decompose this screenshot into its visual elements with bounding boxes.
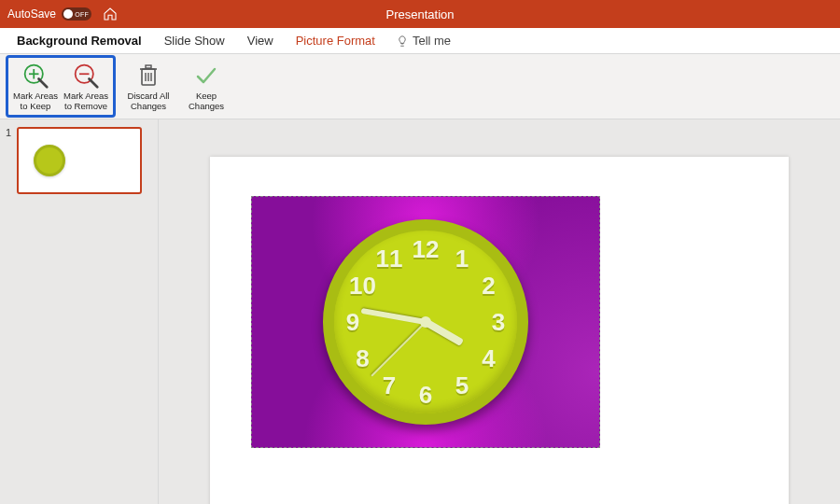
keep-label: KeepChanges xyxy=(189,91,224,111)
checkmark-icon xyxy=(194,63,218,88)
clock-image: 121234567891011 xyxy=(323,219,528,425)
clock-number: 3 xyxy=(492,308,505,337)
tell-me-label: Tell me xyxy=(413,34,451,48)
clock-number: 10 xyxy=(349,272,376,301)
slide-thumbnail-panel[interactable]: 1 xyxy=(0,119,159,504)
mark-keep-label: Mark Areasto Keep xyxy=(13,91,58,111)
keep-changes-button[interactable]: KeepChanges xyxy=(181,60,231,113)
clock-number: 12 xyxy=(413,235,440,264)
clock-number: 2 xyxy=(482,272,495,301)
discard-all-changes-button[interactable]: Discard AllChanges xyxy=(123,60,174,113)
mark-areas-to-remove-button[interactable]: Mark Areasto Remove xyxy=(61,60,111,113)
autosave-state: OFF xyxy=(75,11,89,18)
title-bar: AutoSave OFF Presentation xyxy=(0,0,840,28)
clock-number: 8 xyxy=(356,344,369,373)
tab-view[interactable]: View xyxy=(236,34,285,48)
clock-number: 6 xyxy=(419,381,432,410)
clock-number: 11 xyxy=(376,245,403,273)
menu-bar: Background Removal Slide Show View Pictu… xyxy=(0,28,840,54)
home-icon xyxy=(103,7,118,21)
clock-center-pin xyxy=(420,316,431,328)
clock-number: 4 xyxy=(482,344,495,373)
home-button[interactable] xyxy=(103,7,118,21)
discard-label: Discard AllChanges xyxy=(128,91,170,111)
slide[interactable]: 121234567891011 xyxy=(210,157,789,504)
slide-1-thumbnail[interactable] xyxy=(17,127,142,194)
clock-second-hand xyxy=(371,321,426,376)
ribbon-toolbar: Mark Areasto Keep Mark Areasto Remove xyxy=(0,54,840,119)
document-title: Presentation xyxy=(386,7,455,21)
tab-picture-format[interactable]: Picture Format xyxy=(285,34,386,48)
tab-background-removal[interactable]: Background Removal xyxy=(6,34,153,48)
clock-number: 7 xyxy=(383,371,396,399)
slide-number: 1 xyxy=(6,127,13,194)
autosave-switch[interactable]: OFF xyxy=(62,7,91,21)
autosave-toggle[interactable]: AutoSave OFF xyxy=(7,7,91,21)
mark-remove-icon xyxy=(73,63,99,89)
lightbulb-icon xyxy=(396,35,409,48)
clock-number: 9 xyxy=(346,308,359,337)
slide-thumbnail-row: 1 xyxy=(6,127,152,194)
mark-areas-to-keep-button[interactable]: Mark Areasto Keep xyxy=(10,60,61,113)
mark-remove-label: Mark Areasto Remove xyxy=(63,91,108,111)
ribbon-highlight-mark-tools: Mark Areasto Keep Mark Areasto Remove xyxy=(6,55,116,118)
mark-keep-icon xyxy=(22,63,49,89)
svg-rect-10 xyxy=(146,65,151,68)
trash-icon xyxy=(137,63,160,88)
autosave-label: AutoSave xyxy=(7,7,56,21)
tell-me-search[interactable]: Tell me xyxy=(386,34,460,48)
clock-number: 5 xyxy=(455,371,469,399)
selected-picture[interactable]: 121234567891011 xyxy=(251,196,600,448)
autosave-knob xyxy=(63,9,73,19)
mini-clock-icon xyxy=(34,145,65,176)
tab-slide-show[interactable]: Slide Show xyxy=(153,34,236,48)
clock-minute-hand xyxy=(361,308,427,325)
slide-canvas-area[interactable]: 121234567891011 xyxy=(159,119,840,504)
workspace: 1 121234567891011 xyxy=(0,119,840,504)
clock-number: 1 xyxy=(455,245,469,273)
